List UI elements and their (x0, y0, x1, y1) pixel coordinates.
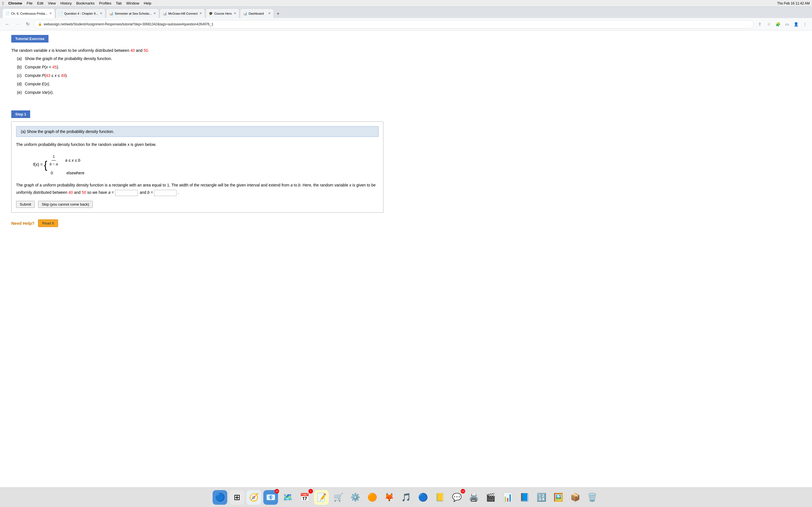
case-1: 1 b − a a ≤ x ≤ b (49, 153, 85, 168)
url-text: webassign.net/web/Student/Assignment-Res… (44, 22, 213, 26)
system-clock: Thu Feb 16 11:42 AM (777, 1, 810, 5)
tab-q4[interactable]: 📄 Question 4 - Chapter 9... ✕ (56, 8, 105, 18)
tab-close-ch6[interactable]: ✕ (49, 11, 52, 15)
problem-statement: The random variable x is known to be uni… (11, 47, 384, 54)
tab-label-mcgrawhill: McGraw-Hill Connect (168, 12, 198, 15)
menu-help[interactable]: Help (144, 1, 151, 5)
problem-and: and (135, 48, 144, 53)
val2: 50 (144, 48, 148, 53)
url-bar[interactable]: 🔒 webassign.net/web/Student/Assignment-R… (34, 20, 754, 29)
input-a[interactable] (115, 190, 138, 196)
problem-period: . (148, 48, 149, 53)
menu-bookmarks[interactable]: Bookmarks (76, 1, 94, 5)
tab-close-semester[interactable]: ✕ (153, 11, 156, 15)
menu-chrome[interactable]: Chrome (8, 1, 22, 5)
tab-label-q4: Question 4 - Chapter 9... (64, 12, 98, 15)
main-content: Tutorial Exercise The random variable x … (0, 31, 395, 231)
tab-semester[interactable]: 📊 Semester at Sea Scholar... ✕ (106, 8, 159, 18)
tab-favicon-dashboard: 📊 (243, 11, 247, 15)
math-formula: f(x) = { 1 b − a a ≤ x ≤ b 0 (33, 153, 378, 177)
back-button[interactable]: ← (3, 20, 11, 28)
step1-box: (a) Show the graph of the probability de… (11, 121, 384, 213)
tab-favicon-q4: 📄 (59, 11, 63, 15)
step1-intro: The uniform probability density function… (16, 141, 378, 149)
menu-window[interactable]: Window (126, 1, 139, 5)
tab-label-semester: Semester at Sea Scholar... (115, 12, 152, 15)
account-button[interactable]: 👤 (792, 20, 800, 28)
step1-part-label: (a) Show the graph of the probability de… (21, 129, 114, 134)
step1-header: Step 1 (11, 110, 30, 118)
lock-icon: 🔒 (38, 22, 42, 26)
tab-close-dashboard[interactable]: ✕ (268, 11, 271, 15)
tabs-bar: 📄 Ch. 6: Continuous Proba... ✕ 📄 Questio… (0, 7, 812, 18)
menu-history[interactable]: History (60, 1, 71, 5)
need-help-section: Need Help? Read It (11, 219, 384, 227)
tab-favicon-coursehero: 🎓 (209, 11, 213, 15)
extensions-button[interactable]: 🧩 (774, 20, 781, 28)
share-button[interactable]: ⇧ (756, 20, 763, 28)
step1-explanation: The graph of a uniform probability densi… (16, 181, 378, 196)
tutorial-header: Tutorial Exercise (11, 35, 49, 43)
input-b[interactable] (154, 190, 176, 196)
sidebar-button[interactable]: ▭ (783, 20, 791, 28)
menu-view[interactable]: View (48, 1, 56, 5)
tab-label-coursehero: Course Hero (214, 12, 232, 15)
tab-label-ch6: Ch. 6: Continuous Proba... (11, 12, 48, 15)
bookmark-button[interactable]: ☆ (765, 20, 772, 28)
forward-button[interactable]: → (13, 20, 21, 28)
tab-ch6[interactable]: 📄 Ch. 6: Continuous Proba... ✕ (2, 8, 55, 18)
part-e: (e) Compute Var(x). (11, 90, 384, 95)
tab-coursehero[interactable]: 🎓 Course Hero ✕ (206, 8, 239, 18)
tab-label-dashboard: Dashboard (249, 12, 266, 15)
case-2: 0 elsewhere (49, 169, 85, 177)
val1: 40 (131, 48, 135, 53)
tab-favicon-ch6: 📄 (5, 11, 9, 15)
need-help-label: Need Help? (11, 221, 35, 226)
part-d: (d) Compute E(x). (11, 82, 384, 86)
apple-menu[interactable]:  (2, 1, 4, 6)
part-a: (a) Show the graph of the probability de… (11, 56, 384, 61)
read-it-button[interactable]: Read It (38, 219, 58, 227)
tab-favicon-semester: 📊 (109, 11, 113, 15)
part-c: (c) Compute P(43 ≤ x ≤ 49). (11, 73, 384, 78)
action-buttons: Submit Skip (you cannot come back) (16, 201, 378, 208)
skip-button[interactable]: Skip (you cannot come back) (38, 201, 93, 208)
refresh-button[interactable]: ↻ (24, 20, 32, 28)
math-cases: 1 b − a a ≤ x ≤ b 0 elsewhere (49, 153, 85, 177)
formula-lhs: f(x) = (33, 162, 44, 167)
address-bar: ← → ↻ 🔒 webassign.net/web/Student/Assign… (0, 18, 812, 31)
menu-tab[interactable]: Tab (116, 1, 122, 5)
brace-icon: { (44, 159, 47, 170)
tab-dashboard[interactable]: 📊 Dashboard ✕ (240, 8, 274, 18)
tab-close-mcgrawhill[interactable]: ✕ (199, 11, 202, 15)
fraction: 1 b − a (49, 153, 59, 168)
menu-file[interactable]: File (27, 1, 33, 5)
tab-mcgrawhill[interactable]: 📊 McGraw-Hill Connect ✕ (160, 8, 205, 18)
menu-bar:  Chrome File Edit View History Bookmark… (0, 0, 812, 7)
menu-profiles[interactable]: Profiles (99, 1, 111, 5)
problem-intro: The random variable x is known to be uni… (11, 48, 131, 53)
menu-button[interactable]: ⋮ (801, 20, 809, 28)
tab-close-q4[interactable]: ✕ (100, 11, 102, 15)
step1-part-header: (a) Show the graph of the probability de… (16, 126, 378, 137)
tab-close-coursehero[interactable]: ✕ (234, 11, 236, 15)
menu-edit[interactable]: Edit (37, 1, 43, 5)
part-b: (b) Compute P(x < 45). (11, 65, 384, 69)
new-tab-button[interactable]: + (274, 10, 282, 18)
tab-favicon-mcgrawhill: 📊 (163, 11, 167, 15)
submit-button[interactable]: Submit (16, 201, 35, 208)
